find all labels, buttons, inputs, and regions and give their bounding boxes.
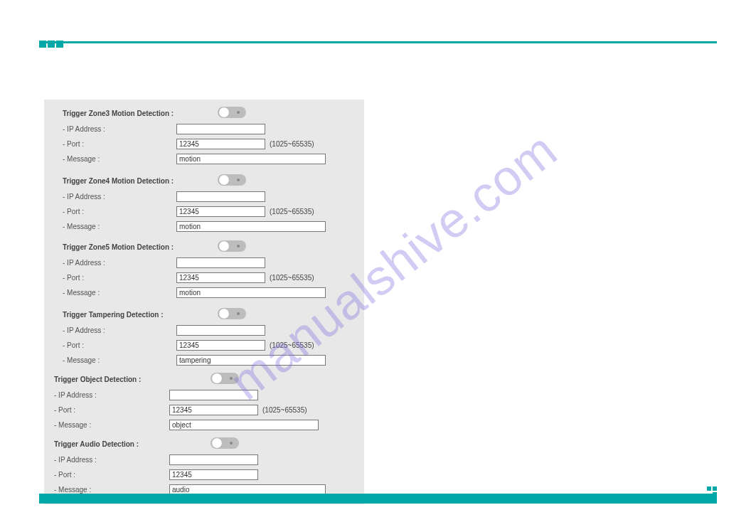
object-ip-label: - IP Address : bbox=[54, 391, 97, 399]
zone4-port-input[interactable] bbox=[176, 206, 265, 217]
zone4-msg-input[interactable] bbox=[176, 221, 326, 232]
zone5-ip-input[interactable] bbox=[176, 257, 265, 268]
top-decor-squares bbox=[39, 41, 63, 48]
tampering-title: Trigger Tampering Detection : bbox=[48, 311, 164, 319]
zone5-toggle[interactable] bbox=[218, 240, 246, 252]
audio-ip-label: - IP Address : bbox=[54, 456, 97, 464]
audio-toggle[interactable] bbox=[211, 437, 239, 449]
zone3-msg-input[interactable] bbox=[176, 154, 326, 164]
zone5-msg-label: - Message : bbox=[63, 289, 100, 297]
tampering-msg-input[interactable] bbox=[176, 355, 326, 366]
zone3-section: Trigger Zone3 Motion Detection : - IP Ad… bbox=[48, 105, 360, 166]
object-ip-input[interactable] bbox=[169, 390, 258, 400]
tampering-port-label: - Port : bbox=[63, 341, 84, 349]
zone5-section: Trigger Zone5 Motion Detection : - IP Ad… bbox=[48, 239, 360, 299]
zone4-section: Trigger Zone4 Motion Detection : - IP Ad… bbox=[48, 173, 360, 233]
tampering-msg-label: - Message : bbox=[63, 356, 100, 364]
audio-ip-input[interactable] bbox=[169, 454, 258, 465]
zone3-toggle[interactable] bbox=[218, 107, 246, 118]
object-title: Trigger Object Detection : bbox=[48, 376, 141, 383]
zone4-title: Trigger Zone4 Motion Detection : bbox=[48, 177, 174, 185]
tampering-toggle[interactable] bbox=[218, 308, 246, 319]
zone3-port-input[interactable] bbox=[176, 139, 265, 149]
zone5-title: Trigger Zone5 Motion Detection : bbox=[48, 243, 174, 251]
object-port-input[interactable] bbox=[169, 405, 258, 415]
zone3-ip-label: - IP Address : bbox=[63, 125, 105, 133]
audio-title: Trigger Audio Detection : bbox=[48, 440, 139, 448]
bottom-decor-squares bbox=[707, 486, 717, 496]
object-msg-input[interactable] bbox=[169, 420, 319, 430]
settings-panel: Trigger Zone3 Motion Detection : - IP Ad… bbox=[44, 100, 364, 504]
zone4-msg-label: - Message : bbox=[63, 223, 100, 230]
zone4-ip-label: - IP Address : bbox=[63, 193, 105, 201]
tampering-ip-label: - IP Address : bbox=[63, 326, 105, 334]
audio-msg-label: - Message : bbox=[54, 486, 91, 494]
zone4-ip-input[interactable] bbox=[176, 191, 265, 202]
zone3-port-hint: (1025~65535) bbox=[270, 140, 314, 148]
bottom-divider bbox=[39, 494, 717, 504]
zone5-port-hint: (1025~65535) bbox=[270, 274, 314, 282]
audio-section: Trigger Audio Detection : - IP Address :… bbox=[48, 436, 360, 496]
tampering-ip-input[interactable] bbox=[176, 325, 265, 336]
zone5-port-input[interactable] bbox=[176, 272, 265, 283]
zone3-title: Trigger Zone3 Motion Detection : bbox=[48, 110, 174, 117]
object-section: Trigger Object Detection : - IP Address … bbox=[48, 371, 360, 432]
zone4-port-hint: (1025~65535) bbox=[270, 208, 314, 216]
audio-port-label: - Port : bbox=[54, 471, 75, 479]
top-divider bbox=[39, 41, 717, 43]
zone4-port-label: - Port : bbox=[63, 208, 84, 216]
tampering-port-hint: (1025~65535) bbox=[270, 341, 314, 349]
zone4-toggle[interactable] bbox=[218, 174, 246, 186]
zone3-ip-input[interactable] bbox=[176, 124, 265, 134]
zone3-msg-label: - Message : bbox=[63, 155, 100, 163]
tampering-section: Trigger Tampering Detection : - IP Addre… bbox=[48, 307, 360, 367]
tampering-port-input[interactable] bbox=[176, 340, 265, 351]
object-toggle[interactable] bbox=[211, 373, 239, 384]
object-msg-label: - Message : bbox=[54, 421, 91, 429]
audio-port-input[interactable] bbox=[169, 469, 258, 480]
zone3-port-label: - Port : bbox=[63, 140, 84, 148]
zone5-ip-label: - IP Address : bbox=[63, 259, 105, 267]
object-port-hint: (1025~65535) bbox=[262, 406, 307, 414]
zone5-port-label: - Port : bbox=[63, 274, 84, 282]
object-port-label: - Port : bbox=[54, 406, 75, 414]
zone5-msg-input[interactable] bbox=[176, 287, 326, 298]
